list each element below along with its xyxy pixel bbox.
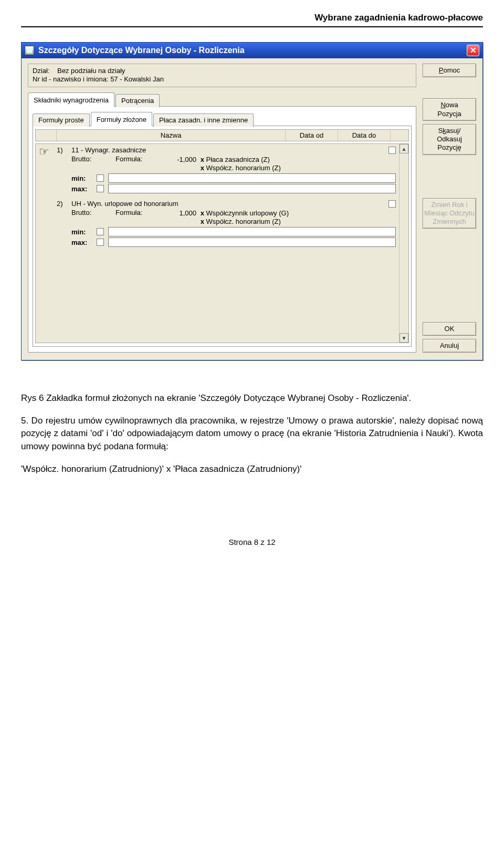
item-title: 11 - Wynagr. zasadnicze [71, 146, 384, 154]
pointer-icon: ☞ [39, 146, 57, 158]
window-title: Szczegóły Dotyczące Wybranej Osoby - Roz… [38, 46, 467, 55]
scroll-down-icon[interactable]: ▼ [400, 333, 408, 343]
formula-num: -1,000 [160, 156, 196, 163]
scroll-up-icon[interactable]: ▲ [400, 144, 408, 153]
max-checkbox[interactable] [97, 185, 104, 192]
list-item[interactable]: ☞ 1) 11 - Wynagr. zasadnicze [39, 146, 396, 194]
col-data-od: Data od [286, 130, 338, 141]
max-row: max: [71, 237, 396, 247]
min-label: min: [71, 228, 97, 236]
formula-rest: Współcz. honorarium (Z) [206, 164, 280, 172]
formula-x: x [201, 164, 204, 172]
tab-skladniki[interactable]: Składniki wynagrodzenia [28, 92, 114, 107]
window-icon [25, 46, 34, 55]
formula-content: -1,000 x Płaca zasadnicza (Z) x [160, 155, 396, 172]
body-paragraph: 5. Do rejestru umów cywilnoprawnych dla … [21, 415, 483, 453]
max-label: max: [71, 185, 97, 193]
dzial-value: Bez podziału na działy [57, 67, 125, 75]
header-rule [21, 26, 483, 27]
min-row: min: [71, 173, 396, 183]
formula-x: x [201, 209, 204, 217]
anuluj-button[interactable]: Anuluj [423, 339, 476, 353]
min-field[interactable] [108, 227, 396, 236]
dzial-label: Dział: [33, 67, 50, 75]
item-checkbox[interactable] [388, 147, 396, 154]
min-field[interactable] [108, 173, 396, 183]
pomoc-button[interactable]: Pomoc [423, 64, 476, 77]
formula-text: 'Współcz. honorarium (Zatrudniony)' x 'P… [21, 464, 483, 474]
tab-potracenia[interactable]: Potrącenia [116, 94, 160, 107]
id-label: Nr id - nazwisko i imiona: [33, 75, 109, 83]
list-area: ▲ ▼ ☞ 1) 11 - Wyn [35, 143, 409, 343]
item-index: 2) [57, 200, 71, 208]
brutto-label: Brutto: [71, 209, 116, 226]
id-value: 57 - Kowalski Jan [110, 75, 164, 83]
doc-header: Wybrane zagadnienia kadrowo-płacowe [21, 13, 483, 23]
formula-rest: Płaca zasadnicza (Z) [206, 156, 269, 163]
skasuj-button[interactable]: Skasuj/OdkasujPozycję [423, 124, 476, 155]
item-index: 1) [57, 146, 71, 154]
formula-content: 1,000 x Współczynnik urlopowy (G) x [160, 209, 396, 226]
scrollbar[interactable]: ▲ ▼ [399, 144, 408, 343]
item-title: UH - Wyn. urlopowe od honorarium [71, 200, 384, 208]
formula-label: Formuła: [116, 209, 160, 226]
max-label: max: [71, 239, 97, 246]
zmien-rok-button: Zmień Rok i Miesiąc Odczytu Zmiennych [423, 198, 476, 229]
formula-rest: Współcz. honorarium (Z) [206, 218, 280, 225]
ok-button[interactable]: OK [423, 322, 476, 336]
min-checkbox[interactable] [97, 174, 104, 182]
max-field[interactable] [108, 184, 396, 193]
col-pointer [36, 130, 57, 141]
close-icon[interactable]: ✕ [467, 45, 479, 56]
formula-x: x [201, 156, 204, 163]
brutto-label: Brutto: [71, 155, 116, 172]
id-line: Nr id - nazwisko i imiona: 57 - Kowalski… [33, 75, 412, 83]
list-item[interactable]: 2) UH - Wyn. urlopowe od honorarium Brut… [39, 200, 396, 248]
col-data-do: Data do [338, 130, 391, 141]
outer-tab-panel: Formuły proste Formuły złożone Płaca zas… [28, 106, 416, 353]
titlebar: Szczegóły Dotyczące Wybranej Osoby - Roz… [22, 43, 482, 58]
item-checkbox[interactable] [388, 200, 396, 208]
figure-caption: Rys 6 Zakładka formuł złożonych na ekran… [21, 392, 483, 405]
formula-num: 1,000 [160, 209, 196, 217]
max-checkbox[interactable] [97, 239, 104, 246]
min-row: min: [71, 227, 396, 236]
col-nazwa: Nazwa [57, 130, 286, 141]
side-buttons: Pomoc NowaPozycja Skasuj/OdkasujPozycję … [423, 64, 476, 353]
min-checkbox[interactable] [97, 228, 104, 235]
max-row: max: [71, 184, 396, 193]
dialog-window: Szczegóły Dotyczące Wybranej Osoby - Roz… [21, 42, 483, 360]
btn-pomoc-rest: omoc [443, 66, 460, 74]
formula-label: Formuła: [116, 155, 160, 172]
inner-tabs: Formuły proste Formuły złożone Płaca zas… [33, 112, 412, 126]
tab-formuly-zlozone[interactable]: Formuły złożone [91, 112, 152, 126]
inner-tab-panel: Nazwa Data od Data do ▲ ▼ [33, 126, 412, 347]
outer-tabs: Składniki wynagrodzenia Potrącenia [28, 92, 416, 107]
nowa-pozycja-button[interactable]: NowaPozycja [423, 98, 476, 121]
dzial-line: Dział: Bez podziału na działy [33, 67, 412, 75]
min-label: min: [71, 174, 97, 182]
page-number: Strona 8 z 12 [21, 538, 483, 546]
formula-x: x [201, 218, 204, 225]
tab-placa-zasadn[interactable]: Płaca zasadn. i inne zmienne [153, 113, 254, 127]
max-field[interactable] [108, 237, 396, 247]
columns-header: Nazwa Data od Data do [35, 129, 409, 141]
info-box: Dział: Bez podziału na działy Nr id - na… [28, 64, 416, 87]
col-chk [391, 130, 408, 141]
tab-formuly-proste[interactable]: Formuły proste [33, 113, 90, 127]
formula-rest: Współczynnik urlopowy (G) [206, 209, 289, 217]
